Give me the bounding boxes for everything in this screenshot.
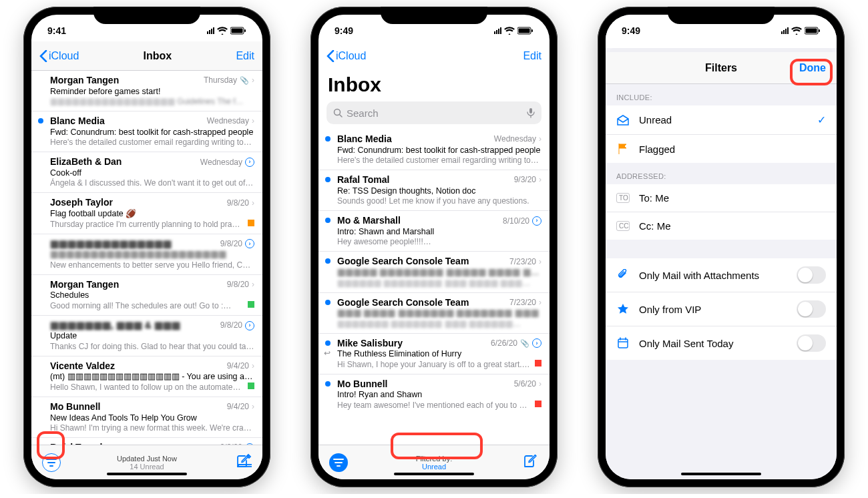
message-row[interactable]: ▥▥▥▥▥▥▥▥▥▥▥▥▥▥9/8/20 ›▥▥▥▥▥▥▥▥▥▥▥▥▥▥▥▥▥▥… <box>31 234 262 274</box>
toolbar-status[interactable]: Filtered by: Unread <box>318 455 550 471</box>
date: 8/10/20 › <box>503 216 541 226</box>
subject: Cook-off <box>50 168 254 179</box>
subject: ▥▥▥ ▥▥▥▥ ▥▥▥▥▥▥▥ ▥▥▥▥▥▥▥ ▥▥▥ <box>337 308 541 319</box>
filter-toggle-row[interactable]: Only Mail Sent Today <box>606 326 837 360</box>
sender: Blanc Media <box>50 115 105 128</box>
message-row[interactable]: ↩︎Mike Salisbury6/26/20 📎 ›The Ruthless … <box>318 333 550 374</box>
message-row[interactable]: Mo Bunnell5/6/20 ›Intro! Ryan and ShawnH… <box>318 374 550 415</box>
sender: Mike Salisbury <box>337 338 403 350</box>
notch <box>381 7 487 24</box>
screen-2: 9:49 iCloud Edit Inbox Search Blanc Medi… <box>318 15 550 479</box>
message-row[interactable]: Mo & Marshall8/10/20 ›Intro: Shawn and M… <box>318 210 550 251</box>
message-row[interactable]: Morgan TangenThursday 📎 ›Reminder before… <box>31 71 262 111</box>
back-label: iCloud <box>49 50 79 62</box>
filter-toggle-row[interactable]: Only from VIP <box>606 292 837 326</box>
filter-label: Flagged <box>639 144 675 155</box>
nav-title: Inbox <box>144 50 172 62</box>
sender: ElizaBeth & Dan <box>50 156 122 168</box>
message-row[interactable]: Blanc MediaWednesday ›Fwd: Conundrum: be… <box>31 111 262 152</box>
subject: Fwd: Conundrum: best toolkit for cash-st… <box>337 146 541 156</box>
date: 9/8/20 › <box>220 239 254 249</box>
subject: Re: TSS Design thoughts, Notion doc <box>337 186 541 197</box>
edit-button[interactable]: Edit <box>236 50 254 62</box>
toggle-switch[interactable] <box>797 334 826 352</box>
message-list[interactable]: Morgan TangenThursday 📎 ›Reminder before… <box>31 71 262 445</box>
status-time: 9:41 <box>47 25 66 36</box>
filter-option[interactable]: TOTo: Me <box>606 184 837 212</box>
message-row[interactable]: Mo Bunnell9/4/20 ›New Ideas And Tools To… <box>31 397 262 437</box>
chevron-right-icon: › <box>539 379 541 389</box>
flag-icon <box>248 220 254 226</box>
to-icon: TO <box>616 193 630 203</box>
sender: Morgan Tangen <box>50 279 119 291</box>
flag-icon <box>248 383 254 389</box>
toolbar-line1: Updated Just Now <box>31 455 262 463</box>
thread-badge-icon: › <box>532 216 541 226</box>
search-icon <box>333 108 343 117</box>
search-field[interactable]: Search <box>327 101 541 124</box>
filter-label: Only Mail with Attachments <box>639 270 759 281</box>
cc-icon: CC <box>616 221 630 231</box>
preview: Here's the detailed customer email regar… <box>337 156 541 166</box>
message-row[interactable]: Joseph Taylor9/8/20 ›Flag football updat… <box>31 192 262 233</box>
filter-option[interactable]: CCCc: Me <box>606 212 837 240</box>
toggles-group: Only Mail with AttachmentsOnly from VIPO… <box>606 258 837 360</box>
nav-bar: iCloud Edit <box>318 41 550 71</box>
toggle-switch[interactable] <box>797 300 826 318</box>
subject: Reminder before games start! <box>50 87 254 97</box>
filter-label: Only from VIP <box>639 304 701 315</box>
back-button[interactable]: iCloud <box>327 50 366 62</box>
done-button[interactable]: Done <box>799 62 826 74</box>
message-row[interactable]: ↩︎Rafal Tomal9/3/20 ›TSS Design thoughts… <box>31 437 262 445</box>
thread-badge-icon: › <box>245 239 254 248</box>
toggle-switch[interactable] <box>797 266 826 284</box>
date: 9/3/20 › <box>514 175 541 185</box>
filter-button-active[interactable] <box>329 453 348 472</box>
sender: Morgan Tangen <box>50 75 119 87</box>
message-row[interactable]: Google Search Console Team7/23/20 ›▥▥▥ ▥… <box>318 292 550 333</box>
preview: Hi Shawn! I'm trying a new format this w… <box>50 423 254 433</box>
date: 6/26/20 📎 › <box>491 338 541 348</box>
back-button[interactable]: iCloud <box>39 50 79 62</box>
unread-dot-icon <box>38 118 43 123</box>
message-row[interactable]: ElizaBeth & DanWednesday ›Cook-offÁngela… <box>31 152 262 192</box>
message-row[interactable]: Blanc MediaWednesday ›Fwd: Conundrum: be… <box>318 130 550 170</box>
preview: Here's the detailed customer email regar… <box>50 138 254 148</box>
home-indicator <box>394 473 474 475</box>
edit-button[interactable]: Edit <box>523 50 541 62</box>
unread-dot-icon <box>325 218 331 223</box>
filter-option[interactable]: Flagged <box>606 135 837 163</box>
message-row[interactable]: Morgan Tangen9/8/20 ›SchedulesGood morni… <box>31 274 262 315</box>
star-icon <box>616 303 630 315</box>
status-time: 9:49 <box>622 25 640 36</box>
preview: ▥▥▥▥▥▥▥▥▥▥▥▥▥▥▥▥▥ Guidelines The f… <box>50 97 254 107</box>
screen-3: 9:49 Filters Done INCLUDE: Unread✓Flagge… <box>606 15 837 479</box>
filter-option[interactable]: Unread✓ <box>606 105 837 135</box>
phone-frame-2: 9:49 iCloud Edit Inbox Search Blanc Medi… <box>310 7 558 487</box>
date: Wednesday › <box>207 116 254 126</box>
preview: Hey team awesome! I've mentioned each of… <box>337 401 531 411</box>
filter-button[interactable] <box>42 453 61 472</box>
nav-bar: iCloud Inbox Edit <box>31 41 262 71</box>
compose-button[interactable] <box>523 453 539 472</box>
message-row[interactable]: Google Search Console Team7/23/20 ›▥▥▥▥▥… <box>318 251 550 292</box>
unread-dot-icon <box>325 340 331 346</box>
chevron-right-icon: › <box>252 402 254 412</box>
message-row[interactable]: Rafal Tomal9/3/20 ›Re: TSS Design though… <box>318 170 550 210</box>
compose-button[interactable] <box>236 453 252 472</box>
chevron-right-icon: › <box>539 298 541 308</box>
sender: Google Search Console Team <box>337 297 469 309</box>
filter-lines-icon <box>46 459 57 467</box>
date: Wednesday › <box>200 158 254 168</box>
filter-lines-icon <box>333 459 344 467</box>
filter-toggle-row[interactable]: Only Mail with Attachments <box>606 258 837 292</box>
unread-dot-icon <box>325 300 331 305</box>
preview: Thursday practice I'm currently planning… <box>50 220 244 230</box>
mic-icon[interactable] <box>527 107 535 118</box>
subject: Flag football update 🏈 <box>50 209 254 220</box>
message-list[interactable]: Blanc MediaWednesday ›Fwd: Conundrum: be… <box>318 130 550 445</box>
svg-rect-8 <box>529 108 532 113</box>
flag-icon <box>616 143 630 155</box>
message-row[interactable]: Vicente Valdez9/4/20 ›(mt) ▥▥▥▥▥▥▥▥▥▥▥▥▥… <box>31 356 262 397</box>
message-row[interactable]: ▥▥▥▥▥▥▥, ▥▥▥ & ▥▥▥9/8/20 ›UpdateThanks C… <box>31 315 262 356</box>
